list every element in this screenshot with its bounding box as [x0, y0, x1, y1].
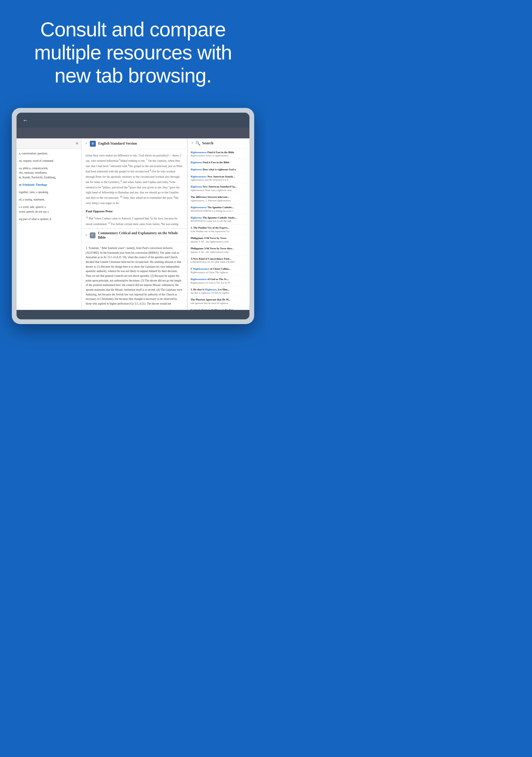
search-result-item[interactable]: The Pharisee Ignorant that He M...one ig…	[191, 298, 247, 307]
result-snippet: righteousness Noah was a righteous man	[191, 189, 247, 192]
dict-entry-1: a, conversation; question;	[19, 151, 79, 156]
search-result-item[interactable]: Righteousness of God as The Ac...Righteo…	[191, 278, 247, 286]
result-title: Righteous Does what is righteous God o.	[191, 168, 247, 171]
result-title: The difference between inherent...	[191, 196, 247, 199]
dict-entry-3: za, plática, comunicación,cho, mensaje, …	[19, 166, 79, 179]
result-title: 2. The Pauline Use of the Expres...	[191, 226, 247, 230]
dict-entry-4: nt Scholastic Theology	[19, 182, 79, 187]
result-title: Philippians 3:9d Verse by Verse thro...	[191, 247, 247, 251]
bible-panel-title: English Standard Version	[98, 141, 137, 146]
search-result-item[interactable]: C Righteousness of Christ Collins...Righ…	[191, 267, 247, 276]
dict-entry-8: ing part of what is spoken; A	[19, 217, 79, 221]
search-result-item[interactable]: Righteous The Ignatius Catholic Study...…	[191, 216, 247, 225]
result-title: Righteousness The Ignatius Catholic...	[191, 206, 247, 209]
search-icon: 🔍	[195, 141, 200, 146]
bible-panel-content: [what they were makes no difference to m…	[81, 149, 187, 228]
result-title: Righteousness of God as The Ac...	[191, 278, 247, 281]
search-result-item[interactable]: Righteous Does what is righteous God o.	[191, 168, 247, 173]
result-title: Righteousness New American Standa...	[191, 175, 247, 179]
result-title: Contents Sermon Outlines on the Epi...	[191, 308, 247, 310]
tab-bar	[16, 128, 250, 138]
search-result-item[interactable]: A New Kind of Concordance Find...n RIGHT…	[191, 257, 247, 266]
result-title: 3. He that Is Righteous, Let Him...	[191, 288, 247, 291]
search-result-item[interactable]: Righteous New American Standard Up...rig…	[191, 185, 247, 194]
result-snippet: righteousness and He reckoned it to h	[191, 178, 247, 182]
panel-left: ≡ a, conversation; question; on, request…	[16, 138, 81, 310]
commentary-content: 1. Translate, "After fourteen years"; na…	[81, 242, 187, 310]
bible-tab-header: × B English Standard Version	[81, 138, 187, 149]
result-title: C Righteousness of Christ Collins...	[191, 267, 247, 271]
search-result-item[interactable]: Righteous Find it Fast in the Bible	[191, 161, 247, 166]
dict-entry-7: s a word, talk, speech; aword; speech; d…	[19, 205, 79, 214]
result-snippet: one ignorant that he must be righteou	[191, 302, 247, 305]
hero-title: Consult and compare multiple resources w…	[24, 18, 242, 87]
commentary-panel-title: Commentary Critical and Explanatory on t…	[98, 231, 184, 240]
commentary-tab-header: × C Commentary Critical and Explanatory …	[81, 228, 187, 242]
dict-entry-2: on, request; word of command	[19, 159, 79, 163]
panel-left-header: ≡	[16, 138, 81, 149]
result-title: Righteous The Ignatius Catholic Study...	[191, 216, 247, 220]
tablet-frame: ← ≡ a, conversation; question;	[12, 108, 254, 324]
hero-section: Consult and compare multiple resources w…	[0, 0, 266, 99]
result-snippet: He that is righteous, let him be righteo	[191, 291, 247, 294]
bible-verse-1: [what they were makes no difference to m…	[86, 153, 183, 205]
panel-left-content: a, conversation; question; on, request; …	[16, 149, 81, 227]
panel-right: × 🔍 Search Righteousness Find it Fast in…	[187, 138, 250, 310]
search-result-item[interactable]: Righteousness Find it Fast in the BibleR…	[191, 151, 247, 159]
search-results: Righteousness Find it Fast in the BibleR…	[188, 148, 250, 310]
hamburger-icon[interactable]: ≡	[76, 141, 78, 146]
result-title: Philippians 3:9d Verse by Verse	[191, 237, 247, 240]
search-result-item[interactable]: Contents Sermon Outlines on the Epi...Ri…	[191, 308, 247, 310]
result-snippet: Righteousness Amos of righteousness	[191, 154, 247, 157]
bible-close-button[interactable]: ×	[85, 141, 87, 146]
footer-bar	[16, 310, 250, 319]
search-close-button[interactable]: ×	[191, 141, 193, 145]
search-result-item[interactable]: Philippians 3:9d Verse by Verseippians 3…	[191, 237, 247, 245]
result-title: Righteous New American Standard Up...	[191, 185, 247, 189]
search-panel-title: Search	[202, 141, 213, 145]
result-title: A New Kind of Concordance Find...	[191, 257, 247, 261]
result-snippet: righteousness. 1. Inherent righteousness	[191, 199, 247, 202]
search-result-item[interactable]: Righteousness New American Standa...righ…	[191, 175, 247, 184]
device-container: ← ≡ a, conversation; question;	[0, 99, 266, 342]
search-header: × 🔍 Search	[188, 138, 250, 148]
dict-entry-6: rd; a saying, statement,	[19, 197, 79, 202]
search-result-item[interactable]: The difference between inherent...righte…	[191, 196, 247, 204]
result-snippet: ippians 3: 9d ...the righteousness whic	[191, 251, 247, 254]
result-snippet: RIGHTEOUS I came not to call the righ	[191, 219, 247, 223]
search-result-item[interactable]: Philippians 3:9d Verse by Verse thro...i…	[191, 247, 247, 256]
result-snippet: RIGHTEOUSNESS it is fitting for us to f	[191, 209, 247, 213]
search-result-item[interactable]: Righteousness The Ignatius Catholic...RI…	[191, 206, 247, 214]
back-button[interactable]: ←	[22, 117, 28, 124]
result-snippet: n RIGHTEOUS ACTS ARE LIKE FILTHY	[191, 260, 247, 264]
section-heading: Paul Opposes Peter	[86, 208, 183, 214]
commentary-close-button[interactable]: ×	[85, 233, 87, 238]
result-title: The Pharisee Ignorant that He M...	[191, 298, 247, 302]
content-area: ≡ a, conversation; question; on, request…	[16, 138, 250, 310]
tablet-screen: ← ≡ a, conversation; question;	[16, 113, 250, 319]
bible-icon: B	[90, 141, 96, 147]
commentary-text: 1. Translate, "After fourteen years"; na…	[86, 246, 183, 306]
result-snippet: Righteousness of God as The Act by W	[191, 281, 247, 285]
search-result-item[interactable]: 2. The Pauline Use of the Expres...k the…	[191, 226, 247, 235]
result-snippet: k the Pauline use of the expression 'Gc'	[191, 230, 247, 233]
result-snippet: Righteousness of Christ The righteou	[191, 271, 247, 274]
result-snippet: ippians 3: 9d ...the righteousness whic	[191, 240, 247, 243]
panel-middle: × B English Standard Version [what they …	[81, 138, 187, 310]
result-title: Righteousness Find it Fast in the Bible	[191, 151, 247, 154]
dict-entry-5: together; ratio; a speaking	[19, 190, 79, 194]
search-result-item[interactable]: 3. He that Is Righteous, Let Him...He th…	[191, 288, 247, 297]
commentary-icon: C	[90, 232, 96, 238]
commentary-subpanel: × C Commentary Critical and Explanatory …	[81, 228, 187, 310]
tablet-header: ←	[16, 113, 250, 128]
result-title: Righteous Find it Fast in the Bible	[191, 161, 247, 165]
bible-verse-2: 11 But ewhen Cephas came to Antioch, I o…	[86, 216, 183, 228]
